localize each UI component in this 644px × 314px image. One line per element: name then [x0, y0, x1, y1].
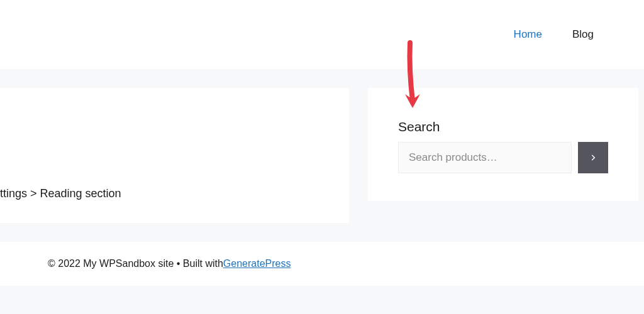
search-button[interactable]: [578, 142, 608, 173]
sidebar: Search: [368, 88, 638, 201]
search-form: [398, 142, 608, 173]
nav-home[interactable]: Home: [514, 28, 542, 41]
nav-blog[interactable]: Blog: [572, 28, 594, 41]
footer-copyright: © 2022 My WPSandbox site • Built with: [48, 258, 223, 269]
search-input[interactable]: [398, 142, 572, 173]
footer-link[interactable]: GeneratePress: [223, 258, 291, 269]
footer: © 2022 My WPSandbox site • Built with Ge…: [0, 242, 644, 286]
search-heading: Search: [398, 119, 608, 134]
chevron-right-icon: [589, 153, 597, 162]
main-nav: Home Blog: [514, 28, 594, 41]
content-wrap: ttings > Reading section Search: [0, 69, 644, 223]
reading-section-text: ttings > Reading section: [0, 187, 121, 200]
main-column: ttings > Reading section: [0, 88, 349, 223]
header: Home Blog: [0, 0, 644, 69]
